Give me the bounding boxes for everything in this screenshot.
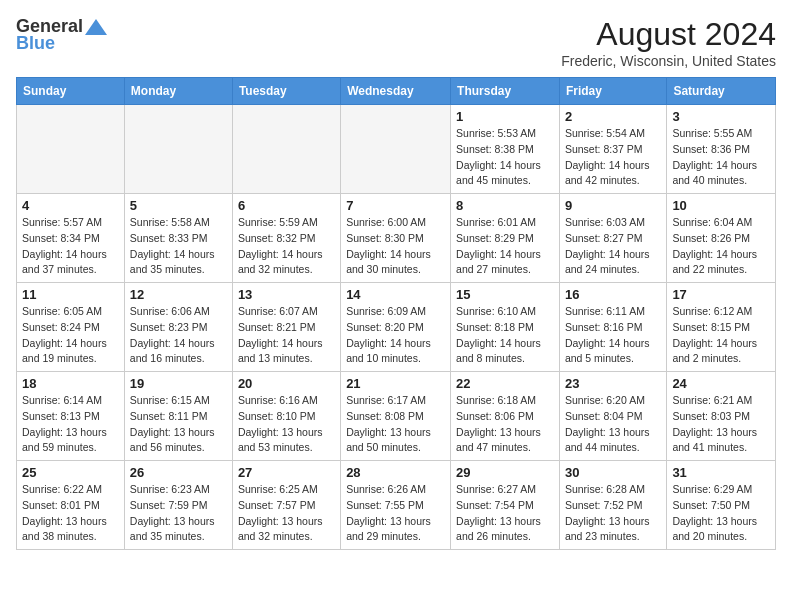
calendar-cell: 11Sunrise: 6:05 AMSunset: 8:24 PMDayligh… [17, 283, 125, 372]
day-detail: Sunrise: 6:26 AMSunset: 7:55 PMDaylight:… [346, 482, 445, 545]
day-number: 12 [130, 287, 227, 302]
calendar-cell [232, 105, 340, 194]
day-detail: Sunrise: 6:04 AMSunset: 8:26 PMDaylight:… [672, 215, 770, 278]
day-detail: Sunrise: 6:12 AMSunset: 8:15 PMDaylight:… [672, 304, 770, 367]
logo: General Blue [16, 16, 107, 54]
calendar-cell: 25Sunrise: 6:22 AMSunset: 8:01 PMDayligh… [17, 461, 125, 550]
col-friday: Friday [559, 78, 666, 105]
calendar-cell: 27Sunrise: 6:25 AMSunset: 7:57 PMDayligh… [232, 461, 340, 550]
calendar-cell: 30Sunrise: 6:28 AMSunset: 7:52 PMDayligh… [559, 461, 666, 550]
day-number: 13 [238, 287, 335, 302]
calendar-cell: 12Sunrise: 6:06 AMSunset: 8:23 PMDayligh… [124, 283, 232, 372]
day-detail: Sunrise: 6:06 AMSunset: 8:23 PMDaylight:… [130, 304, 227, 367]
day-number: 16 [565, 287, 661, 302]
day-number: 3 [672, 109, 770, 124]
calendar-cell: 24Sunrise: 6:21 AMSunset: 8:03 PMDayligh… [667, 372, 776, 461]
day-number: 17 [672, 287, 770, 302]
day-detail: Sunrise: 6:01 AMSunset: 8:29 PMDaylight:… [456, 215, 554, 278]
day-number: 22 [456, 376, 554, 391]
calendar-cell: 17Sunrise: 6:12 AMSunset: 8:15 PMDayligh… [667, 283, 776, 372]
day-number: 8 [456, 198, 554, 213]
day-number: 30 [565, 465, 661, 480]
calendar-cell: 29Sunrise: 6:27 AMSunset: 7:54 PMDayligh… [451, 461, 560, 550]
calendar-cell: 7Sunrise: 6:00 AMSunset: 8:30 PMDaylight… [341, 194, 451, 283]
calendar-cell: 15Sunrise: 6:10 AMSunset: 8:18 PMDayligh… [451, 283, 560, 372]
day-number: 2 [565, 109, 661, 124]
day-number: 18 [22, 376, 119, 391]
day-detail: Sunrise: 6:00 AMSunset: 8:30 PMDaylight:… [346, 215, 445, 278]
location-text: Frederic, Wisconsin, United States [561, 53, 776, 69]
day-detail: Sunrise: 6:17 AMSunset: 8:08 PMDaylight:… [346, 393, 445, 456]
day-number: 31 [672, 465, 770, 480]
day-detail: Sunrise: 6:03 AMSunset: 8:27 PMDaylight:… [565, 215, 661, 278]
svg-marker-0 [85, 19, 107, 35]
col-sunday: Sunday [17, 78, 125, 105]
day-detail: Sunrise: 5:53 AMSunset: 8:38 PMDaylight:… [456, 126, 554, 189]
day-detail: Sunrise: 6:22 AMSunset: 8:01 PMDaylight:… [22, 482, 119, 545]
day-detail: Sunrise: 6:27 AMSunset: 7:54 PMDaylight:… [456, 482, 554, 545]
calendar-cell: 16Sunrise: 6:11 AMSunset: 8:16 PMDayligh… [559, 283, 666, 372]
day-detail: Sunrise: 6:28 AMSunset: 7:52 PMDaylight:… [565, 482, 661, 545]
day-detail: Sunrise: 5:59 AMSunset: 8:32 PMDaylight:… [238, 215, 335, 278]
day-number: 1 [456, 109, 554, 124]
day-number: 14 [346, 287, 445, 302]
day-number: 20 [238, 376, 335, 391]
month-year-title: August 2024 [561, 16, 776, 53]
day-detail: Sunrise: 6:29 AMSunset: 7:50 PMDaylight:… [672, 482, 770, 545]
calendar-cell [124, 105, 232, 194]
title-area: August 2024 Frederic, Wisconsin, United … [561, 16, 776, 69]
col-tuesday: Tuesday [232, 78, 340, 105]
page-header: General Blue August 2024 Frederic, Wisco… [16, 16, 776, 69]
calendar-cell: 3Sunrise: 5:55 AMSunset: 8:36 PMDaylight… [667, 105, 776, 194]
day-number: 28 [346, 465, 445, 480]
calendar-cell: 5Sunrise: 5:58 AMSunset: 8:33 PMDaylight… [124, 194, 232, 283]
calendar-cell [17, 105, 125, 194]
col-wednesday: Wednesday [341, 78, 451, 105]
calendar-week-row: 4Sunrise: 5:57 AMSunset: 8:34 PMDaylight… [17, 194, 776, 283]
day-number: 25 [22, 465, 119, 480]
day-detail: Sunrise: 5:58 AMSunset: 8:33 PMDaylight:… [130, 215, 227, 278]
col-monday: Monday [124, 78, 232, 105]
day-detail: Sunrise: 5:57 AMSunset: 8:34 PMDaylight:… [22, 215, 119, 278]
day-detail: Sunrise: 6:20 AMSunset: 8:04 PMDaylight:… [565, 393, 661, 456]
day-number: 11 [22, 287, 119, 302]
calendar-cell: 10Sunrise: 6:04 AMSunset: 8:26 PMDayligh… [667, 194, 776, 283]
calendar-header-row: Sunday Monday Tuesday Wednesday Thursday… [17, 78, 776, 105]
calendar-cell: 9Sunrise: 6:03 AMSunset: 8:27 PMDaylight… [559, 194, 666, 283]
day-detail: Sunrise: 6:10 AMSunset: 8:18 PMDaylight:… [456, 304, 554, 367]
calendar-cell: 14Sunrise: 6:09 AMSunset: 8:20 PMDayligh… [341, 283, 451, 372]
day-number: 6 [238, 198, 335, 213]
calendar-week-row: 25Sunrise: 6:22 AMSunset: 8:01 PMDayligh… [17, 461, 776, 550]
calendar-week-row: 1Sunrise: 5:53 AMSunset: 8:38 PMDaylight… [17, 105, 776, 194]
calendar-cell: 23Sunrise: 6:20 AMSunset: 8:04 PMDayligh… [559, 372, 666, 461]
logo-icon [85, 19, 107, 35]
day-detail: Sunrise: 6:18 AMSunset: 8:06 PMDaylight:… [456, 393, 554, 456]
day-number: 5 [130, 198, 227, 213]
calendar-cell: 8Sunrise: 6:01 AMSunset: 8:29 PMDaylight… [451, 194, 560, 283]
day-detail: Sunrise: 6:14 AMSunset: 8:13 PMDaylight:… [22, 393, 119, 456]
day-detail: Sunrise: 6:16 AMSunset: 8:10 PMDaylight:… [238, 393, 335, 456]
calendar-cell: 2Sunrise: 5:54 AMSunset: 8:37 PMDaylight… [559, 105, 666, 194]
calendar-cell: 26Sunrise: 6:23 AMSunset: 7:59 PMDayligh… [124, 461, 232, 550]
calendar-cell: 4Sunrise: 5:57 AMSunset: 8:34 PMDaylight… [17, 194, 125, 283]
day-detail: Sunrise: 6:05 AMSunset: 8:24 PMDaylight:… [22, 304, 119, 367]
logo-blue-text: Blue [16, 33, 55, 54]
day-number: 4 [22, 198, 119, 213]
day-detail: Sunrise: 6:23 AMSunset: 7:59 PMDaylight:… [130, 482, 227, 545]
calendar-table: Sunday Monday Tuesday Wednesday Thursday… [16, 77, 776, 550]
day-number: 7 [346, 198, 445, 213]
calendar-cell: 31Sunrise: 6:29 AMSunset: 7:50 PMDayligh… [667, 461, 776, 550]
calendar-cell: 1Sunrise: 5:53 AMSunset: 8:38 PMDaylight… [451, 105, 560, 194]
day-number: 23 [565, 376, 661, 391]
day-detail: Sunrise: 6:21 AMSunset: 8:03 PMDaylight:… [672, 393, 770, 456]
calendar-cell: 6Sunrise: 5:59 AMSunset: 8:32 PMDaylight… [232, 194, 340, 283]
day-number: 15 [456, 287, 554, 302]
day-number: 29 [456, 465, 554, 480]
day-detail: Sunrise: 6:15 AMSunset: 8:11 PMDaylight:… [130, 393, 227, 456]
calendar-cell: 19Sunrise: 6:15 AMSunset: 8:11 PMDayligh… [124, 372, 232, 461]
day-detail: Sunrise: 6:25 AMSunset: 7:57 PMDaylight:… [238, 482, 335, 545]
day-number: 21 [346, 376, 445, 391]
calendar-cell: 13Sunrise: 6:07 AMSunset: 8:21 PMDayligh… [232, 283, 340, 372]
day-number: 19 [130, 376, 227, 391]
calendar-cell: 28Sunrise: 6:26 AMSunset: 7:55 PMDayligh… [341, 461, 451, 550]
